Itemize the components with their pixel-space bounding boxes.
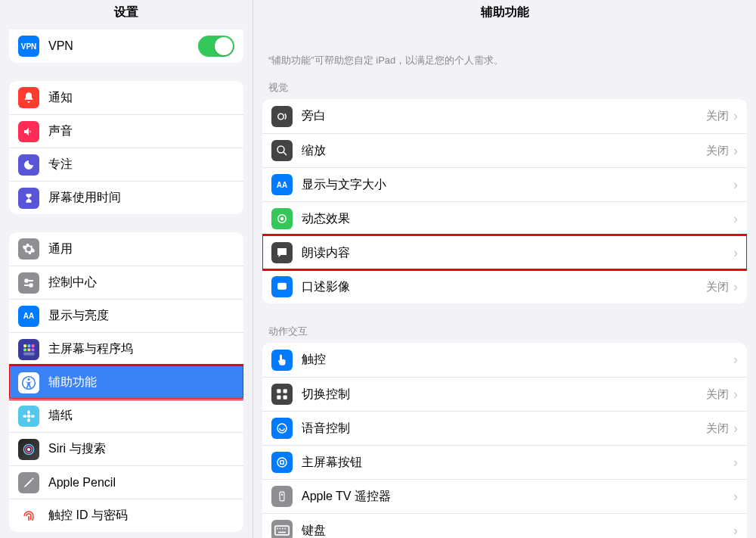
svg-rect-9 [32,348,35,351]
accessibility-label: 辅助功能 [48,375,97,390]
svg-point-20 [27,447,30,450]
chevron-right-icon: › [733,455,738,471]
pencil-icon [18,472,39,493]
home-button-label: 主屏幕按钮 [302,455,733,471]
focus-label: 专注 [48,157,73,173]
sidebar-item-notifications[interactable]: 通知 [9,81,243,114]
sidebar-group-vpn: VPN VPN [9,30,243,63]
audio-desc-value: 关闭 [706,280,729,294]
switch-control-icon [271,384,293,405]
chevron-right-icon: › [733,211,738,227]
svg-rect-10 [23,352,34,355]
sidebar-item-pencil[interactable]: Apple Pencil [9,465,243,499]
svg-rect-40 [284,528,286,530]
section-label-motor: 动作交互 [253,325,756,343]
apple-tv-remote-icon [271,486,293,507]
sidebar-group-general: 通用 控制中心 AA 显示与亮度 主屏幕与程序坞 辅助功能 [9,232,243,532]
svg-rect-38 [280,528,281,530]
accessibility-icon [18,372,39,393]
fingerprint-icon [18,505,39,527]
app-grid-icon [18,339,39,360]
detail-item-touch[interactable]: 触控 › [262,343,747,377]
vpn-toggle[interactable] [198,36,234,57]
detail-item-home-button[interactable]: 主屏幕按钮 › [262,445,747,479]
detail-item-apple-tv[interactable]: Apple TV 遥控器 › [262,479,747,513]
detail-description: “辅助功能”可帮助您自定 iPad，以满足您的个人需求。 [253,26,756,81]
voice-control-value: 关闭 [706,421,729,436]
chevron-right-icon: › [733,245,738,261]
svg-point-31 [277,424,287,433]
svg-rect-36 [275,526,289,535]
motion-label: 动态效果 [302,211,733,227]
notifications-label: 通知 [48,90,73,106]
touch-label: 触控 [302,352,733,368]
svg-rect-29 [277,396,280,400]
svg-point-2 [29,284,33,287]
detail-item-voiceover[interactable]: 旁白 关闭 › [262,99,747,133]
svg-point-25 [281,218,284,220]
svg-rect-30 [284,396,287,400]
keyboard-icon [271,520,293,538]
sidebar-item-focus[interactable]: 专注 [9,148,243,181]
chevron-right-icon: › [733,279,738,295]
spoken-content-label: 朗读内容 [302,245,733,261]
vpn-label: VPN [48,39,73,53]
sidebar-item-touchid[interactable]: 触控 ID 与密码 [9,499,243,532]
bell-icon [18,87,39,108]
text-aa-icon: AA [271,174,293,195]
sidebar-item-screentime[interactable]: 屏幕使用时间 [9,181,243,214]
vision-group: 旁白 关闭 › 缩放 关闭 › AA 显示与文字大小 › 动态效果 › [262,99,747,303]
svg-rect-4 [23,344,26,347]
detail-item-display-text[interactable]: AA 显示与文字大小 › [262,167,747,201]
svg-point-16 [23,415,26,418]
svg-rect-41 [278,532,286,533]
accessibility-detail-pane: 辅助功能 “辅助功能”可帮助您自定 iPad，以满足您的个人需求。 视觉 旁白 … [253,0,756,538]
sidebar-item-homescreen[interactable]: 主屏幕与程序坞 [9,332,243,365]
settings-sidebar: 设置 VPN VPN 通知 声音 专注 [0,0,253,538]
keyboard-label: 键盘 [302,523,733,539]
detail-item-keyboard[interactable]: 键盘 › [262,513,747,538]
screentime-label: 屏幕使用时间 [48,190,121,206]
zoom-label: 缩放 [302,143,706,159]
chevron-right-icon: › [733,143,738,159]
section-label-vision: 视觉 [253,81,756,99]
svg-point-22 [277,146,284,153]
detail-item-voice-control[interactable]: 语音控制 关闭 › [262,411,747,445]
svg-rect-39 [282,528,284,530]
sidebar-item-vpn[interactable]: VPN VPN [9,30,243,63]
svg-line-23 [284,152,287,155]
svg-rect-5 [28,344,31,347]
detail-item-spoken-content[interactable]: 朗读内容 › [262,235,747,269]
detail-item-motion[interactable]: 动态效果 › [262,201,747,235]
svg-rect-33 [280,461,284,465]
detail-item-switch-control[interactable]: 切换控制 关闭 › [262,377,747,411]
sidebar-group-attention: 通知 声音 专注 屏幕使用时间 [9,81,243,214]
detail-item-audio-desc[interactable]: 口述影像 关闭 › [262,269,747,303]
svg-point-0 [25,279,28,282]
sidebar-item-sound[interactable]: 声音 [9,114,243,148]
sidebar-item-accessibility[interactable]: 辅助功能 [9,365,243,399]
moon-icon [18,154,39,176]
sidebar-item-general[interactable]: 通用 [9,232,243,266]
chevron-right-icon: › [733,177,738,193]
svg-rect-28 [284,389,287,393]
detail-item-zoom[interactable]: 缩放 关闭 › [262,133,747,167]
svg-point-13 [27,414,31,418]
voiceover-icon [271,106,293,127]
sidebar-item-siri[interactable]: Siri 与搜索 [9,432,243,465]
switch-control-label: 切换控制 [302,387,706,403]
chevron-right-icon: › [733,489,738,505]
hourglass-icon [18,188,39,209]
sidebar-item-controlcenter[interactable]: 控制中心 [9,266,243,299]
flower-icon [18,406,39,427]
audio-desc-label: 口述影像 [302,279,706,295]
display-label: 显示与亮度 [48,308,109,324]
siri-icon [18,439,39,460]
svg-rect-7 [23,348,26,351]
detail-title: 辅助功能 [253,0,756,26]
motion-icon [271,208,293,229]
wallpaper-label: 墙纸 [48,408,73,424]
sidebar-item-display[interactable]: AA 显示与亮度 [9,299,243,332]
svg-rect-34 [280,492,284,501]
sidebar-item-wallpaper[interactable]: 墙纸 [9,399,243,432]
